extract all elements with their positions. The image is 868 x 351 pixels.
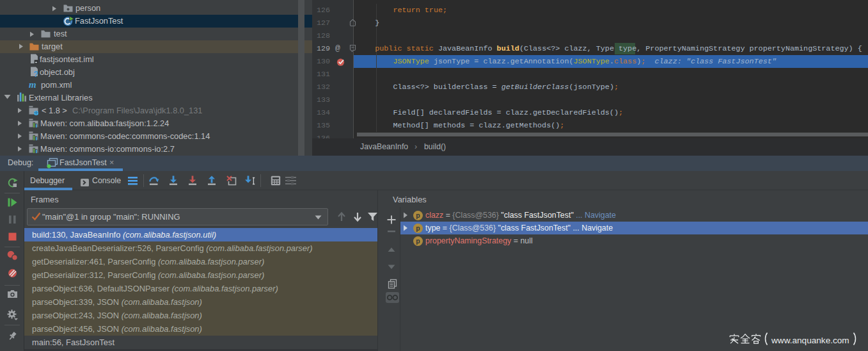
svg-text:m: m — [29, 79, 36, 90]
svg-text:?: ? — [34, 70, 38, 79]
